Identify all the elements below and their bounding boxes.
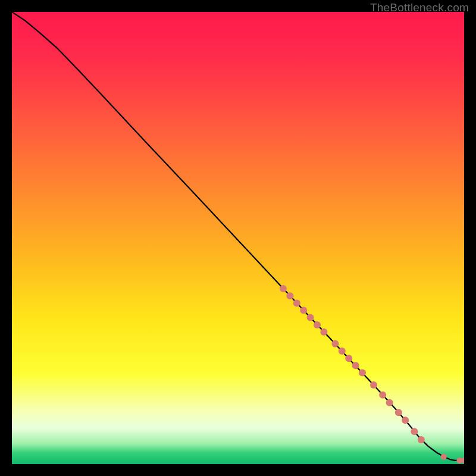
data-point	[307, 314, 314, 321]
data-point	[395, 409, 402, 416]
chart-overlay	[12, 12, 464, 464]
data-point	[300, 307, 307, 314]
data-point	[286, 292, 293, 299]
data-point	[379, 392, 386, 399]
data-point	[402, 416, 409, 424]
data-point	[418, 436, 425, 443]
chart-area	[12, 12, 464, 464]
data-point	[293, 299, 300, 306]
marker-group	[280, 285, 464, 464]
data-point	[339, 347, 346, 355]
data-point	[280, 285, 287, 292]
curve-line	[12, 12, 464, 461]
data-point	[386, 399, 393, 406]
watermark-text: TheBottleneck.com	[370, 1, 469, 14]
data-point	[345, 355, 352, 362]
data-point	[314, 321, 321, 328]
data-point	[441, 454, 447, 460]
data-point	[352, 362, 359, 369]
data-point	[359, 369, 366, 376]
data-point	[370, 381, 377, 389]
data-point	[320, 328, 327, 336]
data-point	[331, 340, 339, 347]
data-point	[411, 428, 418, 435]
